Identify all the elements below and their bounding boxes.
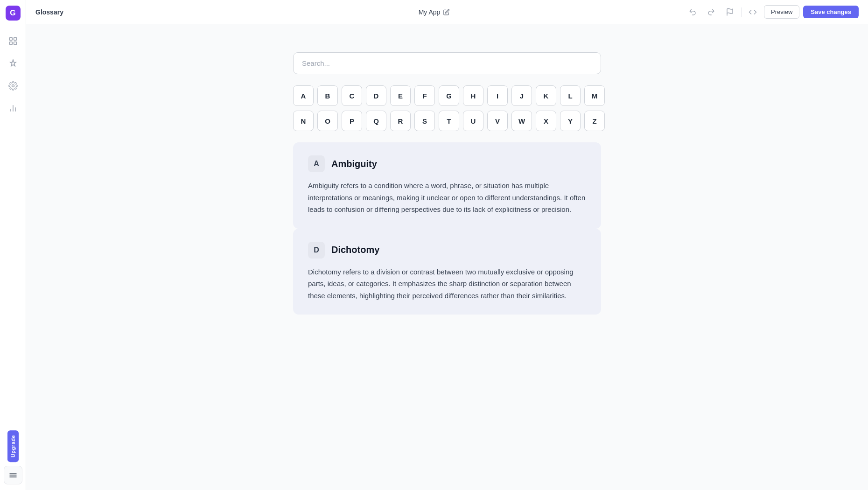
svg-rect-0 bbox=[9, 38, 12, 41]
letter-btn-O[interactable]: O bbox=[317, 111, 338, 131]
letter-btn-M[interactable]: M bbox=[584, 85, 605, 106]
card-term: Ambiguity bbox=[331, 159, 377, 169]
letter-btn-G[interactable]: G bbox=[439, 85, 459, 106]
save-button[interactable]: Save changes bbox=[803, 6, 859, 18]
letter-btn-S[interactable]: S bbox=[414, 111, 435, 131]
undo-button[interactable] bbox=[685, 5, 700, 20]
glossary-card-D: DDichotomyDichotomy refers to a division… bbox=[293, 229, 601, 315]
page-title: Glossary bbox=[35, 8, 63, 16]
topbar-actions: Preview Save changes bbox=[685, 5, 859, 20]
letter-btn-C[interactable]: C bbox=[342, 85, 362, 106]
card-header: AAmbiguity bbox=[308, 155, 586, 172]
card-letter-badge: D bbox=[308, 242, 325, 259]
tool-icon[interactable] bbox=[4, 466, 22, 484]
letter-btn-A[interactable]: A bbox=[293, 85, 314, 106]
sidebar-logo: G bbox=[6, 6, 21, 21]
topbar: Glossary My App Preview Save changes bbox=[26, 0, 868, 24]
content-area: ABCDEFGHIJKLM NOPQRSTUVWXYZ AAmbiguityAm… bbox=[26, 24, 868, 490]
search-wrapper bbox=[293, 52, 601, 74]
flag-button[interactable] bbox=[722, 5, 737, 20]
letter-btn-R[interactable]: R bbox=[390, 111, 411, 131]
svg-rect-1 bbox=[14, 38, 16, 41]
letter-btn-T[interactable]: T bbox=[439, 111, 459, 131]
card-term: Dichotomy bbox=[331, 245, 379, 255]
letter-btn-K[interactable]: K bbox=[536, 85, 556, 106]
letter-btn-U[interactable]: U bbox=[463, 111, 483, 131]
sidebar-item-pin[interactable] bbox=[4, 54, 22, 73]
svg-rect-2 bbox=[9, 42, 12, 45]
app-name-center: My App bbox=[419, 8, 450, 16]
card-letter-badge: A bbox=[308, 155, 325, 172]
letter-btn-Z[interactable]: Z bbox=[584, 111, 605, 131]
letter-btn-J[interactable]: J bbox=[511, 85, 532, 106]
preview-button[interactable]: Preview bbox=[764, 5, 799, 19]
svg-rect-3 bbox=[14, 42, 16, 45]
code-button[interactable] bbox=[745, 5, 760, 20]
letter-btn-Y[interactable]: Y bbox=[560, 111, 581, 131]
sidebar-item-analytics[interactable] bbox=[4, 99, 22, 118]
letter-btn-H[interactable]: H bbox=[463, 85, 483, 106]
glossary-entries: AAmbiguityAmbiguity refers to a conditio… bbox=[293, 142, 601, 315]
logo-letter: G bbox=[10, 9, 15, 17]
sidebar-bottom: Upgrade bbox=[4, 430, 22, 484]
redo-button[interactable] bbox=[704, 5, 719, 20]
app-name-label: My App bbox=[419, 8, 441, 16]
letter-btn-L[interactable]: L bbox=[560, 85, 581, 106]
sidebar-item-dashboard[interactable] bbox=[4, 32, 22, 50]
letter-nav: ABCDEFGHIJKLM NOPQRSTUVWXYZ bbox=[293, 85, 601, 131]
upgrade-button[interactable]: Upgrade bbox=[7, 430, 19, 462]
content-inner: ABCDEFGHIJKLM NOPQRSTUVWXYZ AAmbiguityAm… bbox=[293, 52, 601, 315]
letter-row-1: ABCDEFGHIJKLM bbox=[293, 85, 601, 106]
svg-point-4 bbox=[12, 85, 14, 87]
letter-btn-D[interactable]: D bbox=[366, 85, 386, 106]
letter-btn-F[interactable]: F bbox=[414, 85, 435, 106]
letter-btn-E[interactable]: E bbox=[390, 85, 411, 106]
sidebar-item-settings[interactable] bbox=[4, 77, 22, 95]
card-definition: Dichotomy refers to a division or contra… bbox=[308, 266, 586, 302]
letter-btn-N[interactable]: N bbox=[293, 111, 314, 131]
letter-row-2: NOPQRSTUVWXYZ bbox=[293, 111, 601, 131]
letter-btn-I[interactable]: I bbox=[487, 85, 508, 106]
letter-btn-V[interactable]: V bbox=[487, 111, 508, 131]
letter-btn-P[interactable]: P bbox=[342, 111, 362, 131]
letter-btn-X[interactable]: X bbox=[536, 111, 556, 131]
letter-btn-B[interactable]: B bbox=[317, 85, 338, 106]
letter-btn-Q[interactable]: Q bbox=[366, 111, 386, 131]
letter-btn-W[interactable]: W bbox=[511, 111, 532, 131]
search-input[interactable] bbox=[293, 52, 601, 74]
sidebar: G Upgrade bbox=[0, 0, 26, 490]
glossary-card-A: AAmbiguityAmbiguity refers to a conditio… bbox=[293, 142, 601, 229]
card-header: DDichotomy bbox=[308, 242, 586, 259]
card-definition: Ambiguity refers to a condition where a … bbox=[308, 180, 586, 216]
edit-icon[interactable] bbox=[443, 9, 449, 15]
main-area: Glossary My App Preview Save changes bbox=[26, 0, 868, 490]
topbar-divider bbox=[741, 7, 742, 17]
